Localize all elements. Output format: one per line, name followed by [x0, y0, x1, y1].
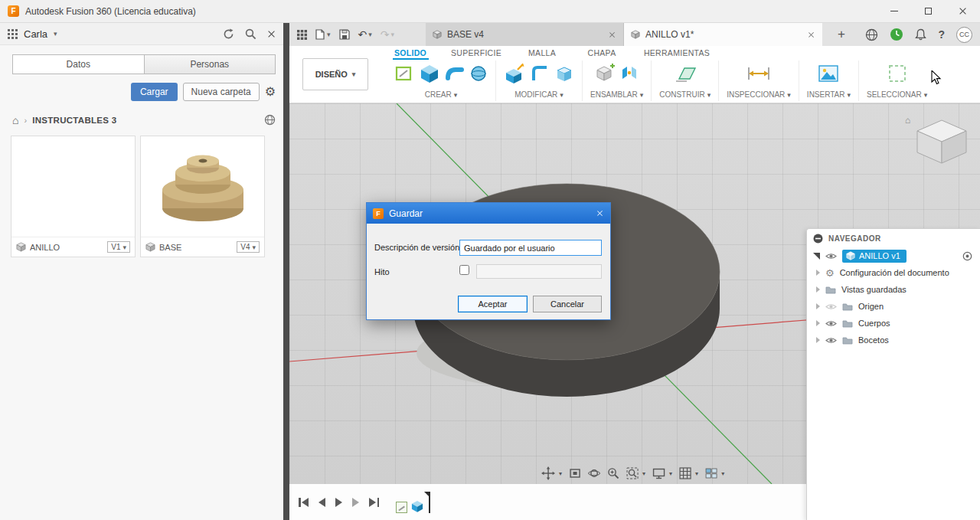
- visibility-eye-icon[interactable]: [825, 336, 837, 345]
- redo-menu[interactable]: ↷ ▾: [381, 29, 394, 40]
- joint-icon[interactable]: [619, 64, 639, 83]
- user-avatar[interactable]: CC: [956, 27, 972, 43]
- timeline-extrude-feature-icon[interactable]: [410, 499, 424, 513]
- version-dropdown-anillo[interactable]: V1 ▾: [107, 241, 130, 253]
- ribbon-tab-herramientas[interactable]: HERRAMIENTAS: [644, 48, 710, 57]
- team-chevron-down-icon[interactable]: ▾: [54, 30, 57, 38]
- ribbon-tab-malla[interactable]: MALLA: [528, 48, 556, 57]
- visibility-eye-icon[interactable]: [825, 303, 837, 311]
- grid-snap-chevron-down-icon[interactable]: ▾: [695, 470, 698, 477]
- navigator-item-vistas-guardadas[interactable]: Vistas guardadas: [807, 281, 980, 298]
- view-cube[interactable]: [917, 120, 966, 163]
- version-dropdown-base[interactable]: V4 ▾: [237, 241, 260, 253]
- group-dropdown-seleccionar[interactable]: SELECCIONAR ▾: [867, 90, 927, 99]
- save-dialog-close-icon[interactable]: [596, 210, 603, 217]
- milestone-checkbox[interactable]: [459, 265, 469, 275]
- navigator-item-configuracion[interactable]: ⚙ Configuración del documento: [807, 264, 980, 281]
- viewports-chevron-down-icon[interactable]: ▾: [721, 470, 724, 477]
- data-panel-scrollbar[interactable]: [283, 23, 289, 520]
- help-icon[interactable]: ?: [938, 28, 945, 41]
- pan-icon[interactable]: [541, 466, 555, 480]
- data-panel-toggle-grid-icon[interactable]: [297, 30, 307, 40]
- tab-personas[interactable]: Personas: [145, 54, 276, 74]
- timeline-step-forward-button[interactable]: [352, 498, 359, 507]
- data-panel-settings-gear-icon[interactable]: ⚙: [265, 86, 276, 98]
- timeline-step-back-button[interactable]: [318, 498, 325, 507]
- collapse-panel-icon[interactable]: [813, 234, 823, 244]
- project-sharing-globe-icon[interactable]: [264, 114, 276, 126]
- file-menu[interactable]: ▾: [315, 29, 331, 40]
- file-card-anillo[interactable]: ANILLO V1 ▾: [11, 136, 136, 257]
- data-panel-close-icon[interactable]: [267, 30, 276, 38]
- save-dialog-titlebar[interactable]: F Guardar: [367, 203, 610, 224]
- group-dropdown-inspeccionar[interactable]: INSPECCIONAR ▾: [727, 90, 791, 99]
- timeline-sketch-feature-icon[interactable]: [396, 502, 407, 513]
- form-sphere-icon[interactable]: [469, 64, 488, 83]
- group-dropdown-construir[interactable]: CONSTRUIR ▾: [659, 90, 710, 99]
- new-component-icon[interactable]: [595, 64, 615, 83]
- close-tab-icon[interactable]: [808, 31, 815, 38]
- maximize-button[interactable]: [911, 0, 946, 22]
- navigator-root-row[interactable]: ANILLO v1: [807, 247, 980, 264]
- ribbon-tab-superficie[interactable]: SUPERFICIE: [451, 48, 501, 57]
- tab-datos[interactable]: Datos: [12, 54, 145, 74]
- expand-chevron-icon[interactable]: [816, 303, 820, 309]
- view-cube-home-icon[interactable]: ⌂: [905, 115, 910, 126]
- app-grid-icon[interactable]: [8, 29, 18, 39]
- new-document-tab-button[interactable]: +: [830, 23, 853, 46]
- zoom-window-chevron-down-icon[interactable]: ▾: [642, 470, 645, 477]
- home-icon[interactable]: ⌂: [12, 115, 18, 126]
- ribbon-tab-solido[interactable]: SOLIDO: [394, 48, 426, 57]
- insert-canvas-icon[interactable]: [818, 64, 839, 83]
- team-name[interactable]: Carla: [24, 28, 47, 40]
- version-description-input[interactable]: [459, 240, 602, 256]
- shell-icon[interactable]: [554, 64, 574, 83]
- document-tab-base[interactable]: BASE v4: [426, 23, 624, 46]
- viewports-icon[interactable]: [705, 468, 717, 479]
- measure-icon[interactable]: [746, 65, 771, 82]
- group-dropdown-crear[interactable]: CREAR ▾: [425, 90, 458, 99]
- extrude-icon[interactable]: [419, 63, 440, 84]
- close-tab-icon[interactable]: [609, 31, 616, 38]
- visibility-eye-icon[interactable]: [825, 252, 837, 260]
- navigator-item-origen[interactable]: Origen: [807, 298, 980, 315]
- display-settings-icon[interactable]: [652, 468, 665, 479]
- select-marquee-icon[interactable]: [887, 63, 908, 84]
- extensions-globe-icon[interactable]: [865, 28, 878, 41]
- selected-document-node[interactable]: ANILLO v1: [842, 250, 906, 263]
- navigator-item-cuerpos[interactable]: Cuerpos: [807, 315, 980, 332]
- activate-component-radio-icon[interactable]: [962, 251, 972, 261]
- navigator-item-bocetos[interactable]: Bocetos: [807, 332, 980, 348]
- expand-chevron-icon[interactable]: [816, 270, 820, 276]
- timeline-play-button[interactable]: [335, 498, 342, 507]
- breadcrumb-project-name[interactable]: INSTRUCTABLES 3: [32, 116, 116, 125]
- save-icon[interactable]: [339, 29, 350, 40]
- pan-chevron-down-icon[interactable]: ▾: [559, 470, 562, 477]
- fillet-icon[interactable]: [530, 64, 550, 83]
- timeline-go-to-end-button[interactable]: [369, 498, 379, 507]
- accept-button[interactable]: Aceptar: [458, 296, 528, 312]
- timeline-scrubber[interactable]: [429, 492, 430, 513]
- group-dropdown-ensamblar[interactable]: ENSAMBLAR ▾: [590, 90, 643, 99]
- construction-plane-icon[interactable]: [674, 64, 697, 83]
- create-sketch-icon[interactable]: [394, 64, 414, 83]
- expand-chevron-icon[interactable]: [816, 320, 820, 326]
- zoom-window-icon[interactable]: [626, 467, 639, 479]
- display-settings-chevron-down-icon[interactable]: ▾: [669, 470, 672, 477]
- visibility-eye-icon[interactable]: [825, 319, 837, 328]
- undo-menu[interactable]: ↶ ▾: [358, 29, 372, 40]
- zoom-icon[interactable]: [607, 467, 619, 479]
- cancel-button[interactable]: Cancelar: [533, 296, 602, 312]
- close-button[interactable]: [946, 0, 980, 22]
- orbit-icon[interactable]: [588, 467, 600, 479]
- file-card-base[interactable]: BASE V4 ▾: [140, 136, 265, 257]
- group-dropdown-modificar[interactable]: MODIFICAR ▾: [514, 90, 564, 99]
- press-pull-icon[interactable]: [504, 63, 525, 84]
- search-icon[interactable]: [245, 28, 256, 40]
- anillo-thumbnail[interactable]: [11, 136, 135, 237]
- timeline-go-to-start-button[interactable]: [299, 498, 309, 507]
- sweep-icon[interactable]: [445, 64, 465, 83]
- minimize-button[interactable]: [877, 0, 911, 22]
- expand-chevron-icon[interactable]: [816, 337, 820, 343]
- fit-icon[interactable]: [569, 468, 581, 479]
